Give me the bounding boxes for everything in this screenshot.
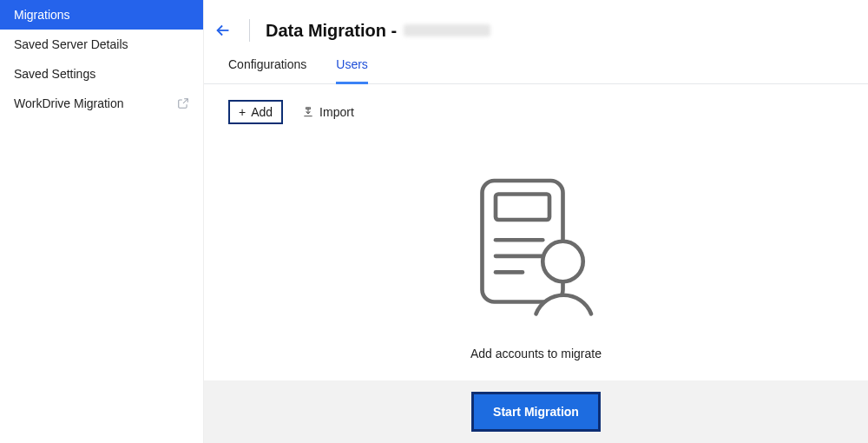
external-link-icon <box>177 97 189 109</box>
import-button-label: Import <box>319 105 354 119</box>
tab-label: Configurations <box>228 57 306 71</box>
footer-bar: Start Migration <box>204 380 868 443</box>
sidebar-item-label: Migrations <box>14 8 70 22</box>
sidebar-item-label: WorkDrive Migration <box>14 96 124 110</box>
import-button[interactable]: Import <box>302 105 354 119</box>
empty-state-illustration <box>469 172 603 327</box>
sidebar-item-label: Saved Server Details <box>14 37 128 51</box>
start-migration-button[interactable]: Start Migration <box>471 392 601 432</box>
user-document-icon <box>469 172 603 324</box>
add-button[interactable]: + Add <box>228 100 283 124</box>
start-migration-label: Start Migration <box>493 405 579 419</box>
sidebar-item-workdrive-migration[interactable]: WorkDrive Migration <box>0 89 203 118</box>
import-icon <box>302 106 314 118</box>
back-button[interactable] <box>213 20 233 41</box>
sidebar-item-saved-settings[interactable]: Saved Settings <box>0 59 203 89</box>
page-header: Data Migration - <box>204 0 868 42</box>
sidebar-item-migrations[interactable]: Migrations <box>0 0 203 30</box>
tab-users[interactable]: Users <box>336 57 368 84</box>
sidebar: Migrations Saved Server Details Saved Se… <box>0 0 204 443</box>
svg-point-5 <box>542 241 583 282</box>
header-divider <box>249 19 250 42</box>
add-button-label: Add <box>251 105 273 119</box>
plus-icon: + <box>239 106 246 118</box>
tab-label: Users <box>336 57 368 71</box>
tabs: Configurations Users <box>204 42 868 84</box>
sidebar-item-label: Saved Settings <box>14 67 95 81</box>
arrow-left-icon <box>214 21 233 40</box>
users-toolbar: + Add Import <box>204 84 868 124</box>
sidebar-item-saved-server-details[interactable]: Saved Server Details <box>0 30 203 59</box>
page-title-redacted <box>404 24 490 36</box>
main-content: Data Migration - Configurations Users + … <box>204 0 868 443</box>
svg-rect-1 <box>496 195 549 220</box>
empty-state-message: Add accounts to migrate <box>470 347 602 360</box>
tab-configurations[interactable]: Configurations <box>228 57 306 84</box>
page-title: Data Migration - <box>266 21 490 41</box>
page-title-prefix: Data Migration - <box>266 21 397 41</box>
